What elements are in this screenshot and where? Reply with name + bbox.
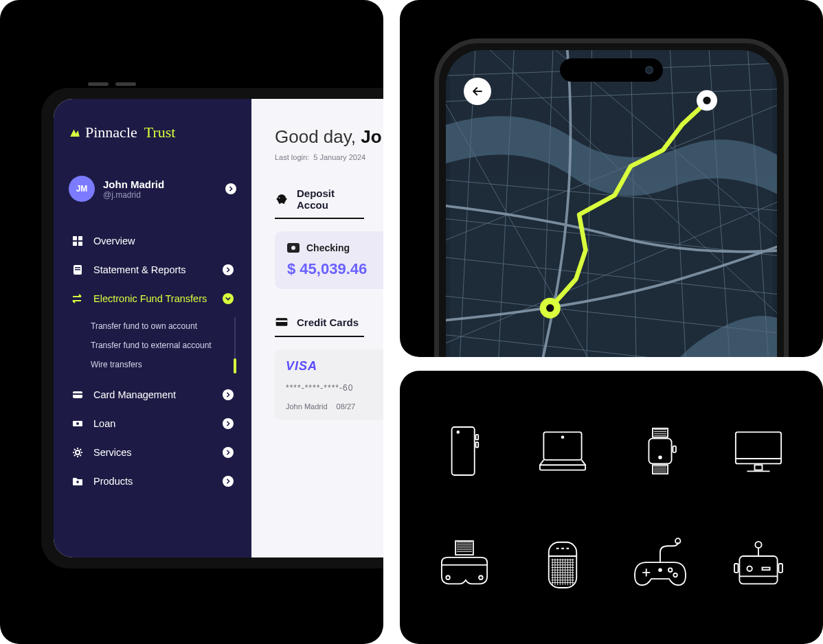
sidebar-item-services[interactable]: Services: [69, 439, 236, 465]
svg-rect-3: [78, 242, 82, 246]
sidebar-item-label: Electronic Fund Transfers: [93, 293, 213, 304]
chevron-right-icon: [223, 389, 234, 400]
credit-section: Credit Cards VISA ****-****-****-60 John…: [275, 315, 383, 420]
credit-card[interactable]: VISA ****-****-****-60 John Madrid 08/27: [275, 349, 383, 420]
phone-frame: [434, 38, 789, 357]
svg-point-26: [659, 456, 662, 459]
greeting-name: Jo: [361, 126, 381, 147]
svg-point-24: [561, 436, 563, 438]
sidebar-item-loan[interactable]: Loan: [69, 411, 236, 437]
deposit-heading: Deposit Accou: [275, 187, 364, 219]
cash-icon: [71, 417, 84, 430]
chevron-right-icon: [225, 183, 236, 194]
submenu-external-account[interactable]: Transfer fund to external account: [91, 341, 227, 350]
svg-rect-0: [73, 236, 77, 240]
destination-marker-icon[interactable]: [697, 90, 717, 111]
svg-point-10: [76, 422, 79, 425]
svg-point-35: [447, 575, 451, 579]
sidebar-item-overview[interactable]: Overview: [69, 228, 236, 254]
svg-rect-21: [476, 435, 479, 439]
sidebar-item-statement[interactable]: Statement & Reports: [69, 257, 236, 283]
transfer-icon: [71, 292, 84, 305]
phone-panel: [400, 0, 823, 357]
laptop-device-icon: [517, 398, 609, 504]
tablet-hw-button: [88, 82, 109, 86]
monitor-device-icon: [713, 398, 804, 504]
phone-notch: [560, 58, 663, 82]
tablet-frame: Pinnacle Trust JM John Madrid @j.madrid: [41, 88, 383, 568]
svg-point-20: [458, 431, 460, 433]
svg-point-42: [659, 568, 662, 571]
last-login-label: Last login:: [275, 153, 309, 161]
submenu-wire-transfers[interactable]: Wire transfers: [91, 360, 227, 369]
svg-rect-5: [75, 267, 80, 268]
svg-rect-29: [673, 446, 677, 452]
checking-account-card[interactable]: Checking $ 45,039.46: [275, 231, 383, 289]
chevron-down-icon: [223, 293, 234, 304]
svg-rect-22: [476, 442, 479, 447]
sidebar-item-label: Loan: [93, 418, 213, 429]
devices-panel: [400, 371, 823, 644]
svg-rect-25: [649, 439, 672, 464]
svg-rect-32: [754, 465, 762, 470]
origin-marker-icon[interactable]: [540, 298, 561, 319]
chevron-right-icon: [223, 476, 234, 487]
tablet-panel: Pinnacle Trust JM John Madrid @j.madrid: [0, 0, 383, 644]
brand-logo-icon: [69, 126, 81, 139]
submenu-scrollbar[interactable]: [234, 317, 236, 373]
svg-rect-50: [734, 564, 739, 573]
sidebar-item-label: Card Management: [93, 389, 213, 400]
cc-brand: VISA: [286, 359, 383, 373]
device-icon-grid: [400, 371, 823, 644]
svg-rect-13: [276, 321, 288, 323]
svg-point-45: [747, 566, 752, 571]
grid-icon: [71, 235, 84, 247]
profile-text: John Madrid @j.madrid: [103, 179, 217, 200]
svg-rect-8: [73, 393, 82, 395]
chevron-right-icon: [223, 264, 234, 275]
submenu-own-account[interactable]: Transfer fund to own account: [91, 321, 227, 331]
sidebar-item-products[interactable]: Products: [69, 468, 236, 494]
deposit-heading-text: Deposit Accou: [297, 187, 364, 211]
avatar: JM: [69, 176, 95, 202]
card-icon: [71, 389, 84, 401]
svg-rect-6: [75, 269, 80, 271]
phone-screen: [446, 50, 777, 357]
smart-speaker-device-icon: [517, 511, 609, 617]
chevron-right-icon: [223, 418, 234, 429]
tablet-hw-button: [115, 82, 136, 86]
greeting-prefix: Good day,: [275, 126, 361, 147]
back-button[interactable]: [464, 78, 491, 105]
svg-rect-14: [450, 50, 773, 357]
brand-name-1: Pinnacle: [85, 124, 137, 141]
camera-icon: [645, 66, 653, 74]
svg-rect-46: [762, 568, 769, 571]
checking-label: Checking: [306, 242, 350, 253]
sidebar-item-eft[interactable]: Electronic Fund Transfers: [69, 286, 236, 312]
profile-name: John Madrid: [103, 179, 217, 190]
arrow-left-icon: [471, 84, 484, 98]
profile-row[interactable]: JM John Madrid @j.madrid: [69, 176, 236, 202]
greeting: Good day, Jo: [275, 126, 383, 148]
vr-headset-device-icon: [419, 511, 510, 617]
map[interactable]: [446, 50, 777, 357]
sidebar: Pinnacle Trust JM John Madrid @j.madrid: [54, 99, 251, 557]
brand: Pinnacle Trust: [69, 124, 236, 141]
sidebar-item-card-management[interactable]: Card Management: [69, 382, 236, 408]
profile-handle: @j.madrid: [103, 190, 217, 200]
svg-rect-19: [452, 427, 475, 475]
tablet-screen: Pinnacle Trust JM John Madrid @j.madrid: [54, 99, 383, 557]
robot-device-icon: [713, 511, 804, 617]
cc-expiry: 08/27: [337, 402, 356, 411]
credit-heading-text: Credit Cards: [297, 317, 359, 328]
svg-point-49: [755, 542, 761, 548]
svg-point-18: [546, 304, 554, 312]
svg-point-40: [668, 568, 673, 572]
piggy-bank-icon: [275, 192, 289, 206]
cc-holder-row: John Madrid 08/27: [286, 402, 383, 411]
svg-point-41: [674, 573, 678, 577]
brand-name-2: Trust: [144, 124, 176, 141]
svg-rect-51: [778, 564, 782, 573]
account-icon: [287, 243, 300, 253]
document-icon: [71, 264, 84, 276]
